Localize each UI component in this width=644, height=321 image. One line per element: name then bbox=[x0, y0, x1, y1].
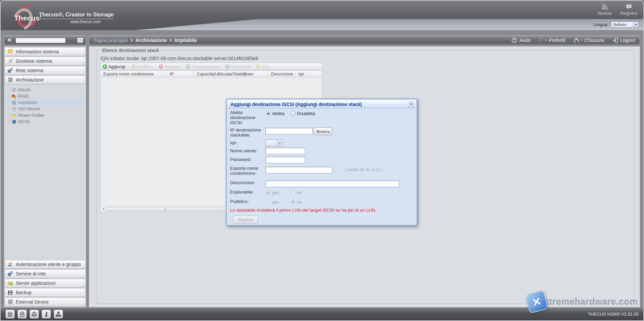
sidebar-item-raid[interactable]: RAID bbox=[4, 93, 86, 99]
system-status-icon[interactable] bbox=[5, 310, 15, 319]
preferiti-label: Preferiti bbox=[549, 38, 566, 43]
ip-destinazione-input[interactable] bbox=[265, 128, 313, 135]
notizie-label: Notizie bbox=[598, 11, 611, 16]
sidebar-item-dischi[interactable]: Dischi bbox=[4, 87, 86, 93]
disk-icon bbox=[12, 88, 16, 92]
aiuto-button[interactable]: ? Aiuto bbox=[512, 38, 530, 43]
folder-icon bbox=[12, 113, 16, 118]
descrizione-input[interactable] bbox=[265, 180, 399, 187]
format-icon bbox=[186, 64, 190, 69]
search-icon bbox=[7, 38, 13, 43]
lan-status-icon[interactable] bbox=[54, 310, 63, 319]
fan-status-icon[interactable] bbox=[30, 310, 39, 319]
scroll-left-arrow[interactable]: ◄ bbox=[101, 207, 106, 212]
search-input[interactable] bbox=[15, 38, 66, 43]
dialog-body: Abilita destinazione iSCSI: Abilita Disa… bbox=[228, 109, 416, 224]
notizie-button[interactable]: Notizie bbox=[598, 4, 611, 16]
disk-status-icon[interactable] bbox=[17, 310, 27, 319]
dialog-titlebar[interactable]: Aggiungi destinazione iSCSI (Aggiungi de… bbox=[227, 100, 416, 108]
sidebar-item-iso-mount[interactable]: ISO Mount bbox=[4, 106, 86, 112]
breadcrumb-home-link[interactable]: Pagina principale bbox=[94, 38, 128, 43]
stack-toolbar: + Aggiungi Modifica − Rimuovi Formattazi… bbox=[100, 63, 322, 70]
sidebar-item-impilabile[interactable]: Impilabile bbox=[4, 99, 86, 106]
sidebar-group-gestione-sistema[interactable]: Gestione sistema bbox=[5, 57, 86, 65]
password-input[interactable] bbox=[265, 157, 305, 163]
disabilita-option-label[interactable]: Disabilita bbox=[297, 111, 315, 116]
lingua-label: Lingua: bbox=[594, 22, 608, 27]
column-header[interactable]: Stato bbox=[241, 71, 268, 77]
abilita-radio[interactable] bbox=[266, 111, 270, 116]
sidebar-group-label: Autenticazione utente e gruppo bbox=[16, 262, 81, 267]
user-label: Nome utente: bbox=[230, 148, 265, 153]
language-row: Lingua: Italiano bbox=[594, 21, 639, 28]
sidebar-item-label: Share Folder bbox=[18, 113, 44, 118]
iqn-initiator-line: IQN initiator locale: iqn.2007-08.com.th… bbox=[100, 56, 258, 61]
backup-icon bbox=[8, 290, 13, 295]
watermark-text: xtremehardware.com bbox=[544, 297, 638, 307]
sidebar-group-external-device[interactable]: External Device bbox=[5, 298, 86, 306]
esplorabile-yes-label: yes bbox=[272, 190, 279, 195]
toolbar-label: Rimuovi bbox=[164, 64, 180, 69]
add-icon: + bbox=[103, 64, 107, 69]
formattazione-button: Formattazione bbox=[186, 64, 219, 69]
gear-icon bbox=[131, 64, 136, 69]
pubblico-yes-radio bbox=[266, 200, 270, 204]
descrizione-label: Descrizione: bbox=[230, 180, 265, 185]
esplorabile-yes-radio bbox=[266, 191, 270, 195]
app-window: Thecus' Thecus®, Creator in Storage www.… bbox=[0, 0, 644, 321]
device-icon bbox=[8, 299, 13, 305]
stack-table-header: Esporta nome condivisione IP Capacità(Ut… bbox=[100, 70, 322, 77]
column-header[interactable]: Descrizione bbox=[268, 71, 296, 77]
sidebar-group-rete-sistema[interactable]: Rete sistema bbox=[5, 66, 86, 75]
close-icon[interactable]: ✕ bbox=[408, 101, 414, 107]
sidebar-group-autenticazione[interactable]: Autenticazione utente e gruppo bbox=[5, 260, 86, 269]
esporta-nome-input[interactable] bbox=[265, 167, 332, 173]
sidebar-group-label: Server applicazioni bbox=[16, 280, 55, 286]
heart-icon: ♡ bbox=[538, 38, 543, 43]
svg-text:?: ? bbox=[514, 39, 516, 42]
pubblico-label: Pubblico: bbox=[230, 199, 265, 204]
ricerca-button[interactable]: Ricerca bbox=[314, 127, 332, 135]
sidebar-group-archiviazione[interactable]: Archiviazione bbox=[5, 75, 86, 84]
column-header[interactable]: iqn bbox=[296, 71, 322, 77]
registro-button[interactable]: ! Registro bbox=[621, 4, 637, 16]
esplorabile-no-radio bbox=[291, 191, 295, 195]
column-header[interactable]: Capacità(Utilizzata/Totale) bbox=[194, 71, 241, 77]
iqn-label: iqn: bbox=[230, 140, 265, 145]
sidebar-group-backup[interactable]: Backup bbox=[5, 288, 86, 297]
language-select[interactable]: Italiano bbox=[611, 21, 639, 28]
logout-button[interactable]: Logout bbox=[612, 38, 635, 43]
sidebar-group-service-di-rete[interactable]: Service di rete bbox=[5, 269, 86, 278]
sidebar-bottom-groups: Autenticazione utente e gruppo Service d… bbox=[4, 259, 86, 307]
scrollbar-thumb[interactable] bbox=[106, 207, 224, 211]
sidebar-group-server-applicazioni[interactable]: Server applicazioni bbox=[5, 279, 86, 287]
disabilita-radio[interactable] bbox=[291, 111, 295, 116]
toolbar-separator bbox=[156, 64, 156, 69]
users-icon bbox=[8, 262, 13, 267]
preferiti-button[interactable]: ♡ Preferiti bbox=[538, 38, 565, 43]
chevron-down-icon[interactable] bbox=[277, 140, 282, 146]
sidebar-group-label: External Device bbox=[16, 299, 49, 305]
network-icon bbox=[8, 68, 13, 73]
temperature-status-icon[interactable] bbox=[42, 310, 51, 319]
chiusura-label: Chiusura bbox=[585, 38, 604, 43]
sidebar-item-share-folder[interactable]: Share Folder bbox=[4, 112, 86, 118]
sidebar-group-label: Informazioni sistema bbox=[16, 49, 59, 54]
sidebar-group-informazioni-sistema[interactable]: i Informazioni sistema bbox=[5, 47, 86, 56]
abilita-option-label[interactable]: Abilita bbox=[272, 111, 284, 116]
column-header[interactable]: Esporta nome condivisione bbox=[101, 71, 167, 77]
sidebar-item-iscsi[interactable]: iSCSI bbox=[4, 118, 86, 125]
chiusura-button[interactable]: Chiusura bbox=[574, 38, 604, 43]
chevron-down-icon[interactable] bbox=[633, 22, 638, 27]
rimuovi-button: − Rimuovi bbox=[159, 64, 180, 69]
modifica-button: Modifica bbox=[131, 64, 153, 69]
nome-utente-input[interactable] bbox=[265, 148, 305, 154]
sidebar-group-label: Archiviazione bbox=[16, 77, 44, 83]
aggiungi-button[interactable]: + Aggiungi bbox=[103, 64, 125, 69]
expand-all-button[interactable]: + bbox=[77, 38, 83, 43]
rss-icon bbox=[601, 4, 608, 10]
archiviazione-tree: Dischi RAID Impilabile bbox=[4, 85, 86, 126]
column-header[interactable]: IP bbox=[167, 71, 194, 77]
iqn-select[interactable] bbox=[265, 140, 283, 146]
lun-warning-text: Lo stackable installerà il primo LUN del… bbox=[230, 208, 376, 213]
